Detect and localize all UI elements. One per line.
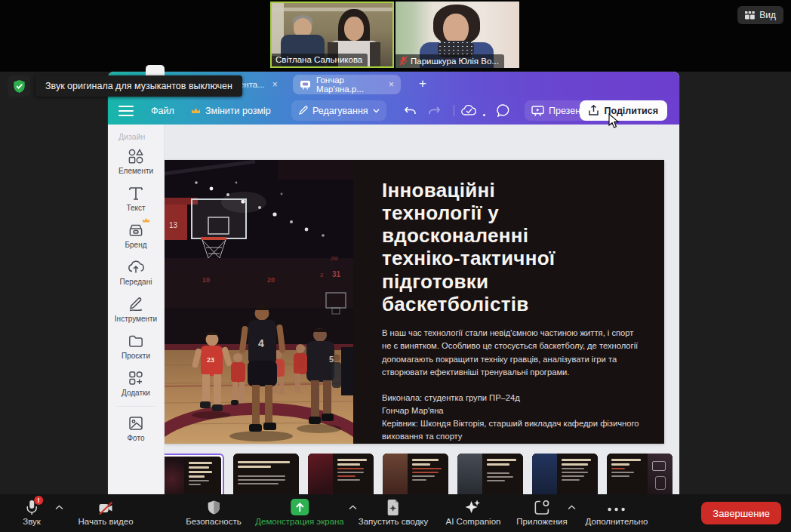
audio-button[interactable]: ! Звук bbox=[23, 499, 41, 526]
sidebar-header-design[interactable]: Дизайн bbox=[108, 125, 164, 143]
screen: Світлана Сальникова Паришкура Юлія Во... bbox=[0, 0, 791, 532]
sidebar-item-projects[interactable]: Проєкти bbox=[108, 328, 164, 364]
slide-basketball-photo[interactable]: 13 10 20 31 bbox=[165, 160, 353, 444]
mouse-cursor bbox=[608, 113, 620, 129]
canva-sidebar: Дизайн Елементи Т bbox=[108, 125, 165, 494]
sidebar-item-label: Додатки bbox=[122, 389, 150, 397]
ai-companion-label: AI Companion bbox=[446, 517, 501, 526]
file-menu[interactable]: Файл bbox=[151, 97, 174, 125]
security-label: Безопасность bbox=[186, 517, 241, 526]
sidebar-item-label: Інструменти bbox=[115, 315, 157, 323]
participant-2-name: Паришкура Юлія Во... bbox=[411, 57, 499, 66]
end-meeting-button[interactable]: Завершение bbox=[701, 502, 781, 524]
redo-icon bbox=[428, 106, 441, 116]
sync-dot bbox=[483, 114, 485, 116]
editing-label: Редагування bbox=[312, 106, 368, 116]
sidebar-item-label: Елементи bbox=[118, 167, 153, 175]
chevron-down-icon bbox=[373, 109, 380, 113]
presentation-slide[interactable]: 13 10 20 31 bbox=[165, 160, 664, 444]
view-button-label: Вид bbox=[759, 10, 776, 20]
view-button[interactable]: Вид bbox=[737, 6, 783, 24]
sidebar-item-text[interactable]: Текст bbox=[108, 180, 164, 217]
slide-thumbnail-2[interactable] bbox=[233, 454, 299, 494]
mic-alert-badge: ! bbox=[34, 496, 43, 505]
projects-icon bbox=[128, 333, 144, 349]
cloud-check-icon bbox=[461, 105, 477, 116]
tab-gonchar-maryana[interactable]: Гончар Мар'яна.p... × bbox=[293, 75, 401, 94]
file-menu-label: Файл bbox=[151, 106, 174, 116]
canva-file-icon bbox=[300, 80, 311, 90]
undo-button[interactable] bbox=[404, 97, 417, 125]
participant-video-2[interactable]: Паришкура Юлія Во... bbox=[396, 2, 519, 68]
toolbar-divider bbox=[454, 105, 454, 116]
share-upload-icon bbox=[589, 105, 599, 116]
canva-toolbar: Файл Змінити розмір Редагування bbox=[108, 97, 679, 125]
mic-icon: ! bbox=[26, 499, 38, 515]
crown-icon bbox=[142, 217, 150, 223]
tab-close-icon[interactable]: × bbox=[272, 79, 278, 90]
canva-workspace: Дизайн Елементи Т bbox=[108, 125, 679, 494]
slide-thumbnail-5[interactable] bbox=[457, 454, 523, 494]
resize-button[interactable]: Змінити розмір bbox=[191, 97, 271, 125]
canva-canvas: 13 10 20 31 bbox=[165, 125, 679, 494]
slide-thumbnail-3[interactable] bbox=[308, 454, 374, 494]
camera-off-icon bbox=[97, 499, 114, 515]
slide-thumbnail-4[interactable] bbox=[383, 454, 448, 494]
apps-button[interactable]: Приложения bbox=[516, 499, 567, 526]
more-button[interactable]: Дополнительно bbox=[586, 499, 648, 526]
security-shield-badge bbox=[8, 75, 30, 97]
slide-title[interactable]: Інноваційні технології у вдосконаленні т… bbox=[382, 179, 642, 315]
start-video-button[interactable]: Начать видео bbox=[78, 499, 133, 526]
summary-doc-icon bbox=[386, 499, 400, 515]
crown-icon bbox=[191, 107, 201, 115]
redo-button[interactable] bbox=[428, 97, 441, 125]
slide-thumbnail-6[interactable] bbox=[532, 454, 598, 494]
sidebar-item-label: Фото bbox=[128, 434, 145, 442]
security-button[interactable]: Безопасность bbox=[186, 499, 241, 526]
tools-icon bbox=[128, 296, 144, 312]
security-shield-icon bbox=[207, 499, 220, 515]
comment-icon bbox=[497, 104, 510, 117]
shapes-icon bbox=[128, 148, 144, 165]
tab-close-icon[interactable]: × bbox=[389, 79, 394, 90]
sidebar-item-label: Бренд bbox=[125, 241, 146, 249]
pencil-icon bbox=[298, 106, 308, 115]
presentation-screen-icon bbox=[531, 106, 544, 116]
ai-sparkle-icon bbox=[465, 499, 482, 515]
slide-thumbnail-1[interactable] bbox=[165, 454, 224, 494]
new-tab-button[interactable]: + bbox=[413, 74, 432, 94]
hamburger-icon bbox=[118, 106, 134, 116]
share-options-chevron[interactable] bbox=[349, 505, 357, 510]
share-screen-label: Демонстрация экрана bbox=[255, 517, 344, 526]
sidebar-item-elements[interactable]: Елементи bbox=[108, 143, 164, 180]
start-summary-button[interactable]: Запустить сводку bbox=[359, 499, 429, 526]
uploads-icon bbox=[128, 259, 144, 275]
sidebar-item-photos[interactable]: Фото bbox=[108, 410, 164, 447]
start-video-label: Начать видео bbox=[78, 517, 133, 526]
text-icon bbox=[128, 185, 144, 201]
slide-credits[interactable]: Виконала: студентка групи ПР–24д Гончар … bbox=[382, 392, 642, 442]
photos-icon bbox=[128, 415, 144, 432]
comments-button[interactable] bbox=[497, 97, 510, 125]
sidebar-item-tools[interactable]: Інструменти bbox=[108, 291, 164, 328]
participant-video-1[interactable]: Світлана Сальникова bbox=[270, 2, 394, 68]
sidebar-item-brand[interactable]: Бренд bbox=[108, 217, 164, 254]
audio-options-chevron[interactable] bbox=[55, 505, 63, 510]
menu-button[interactable] bbox=[118, 97, 134, 125]
slide-body-text[interactable]: В наш час технології стали невід'ємною ч… bbox=[382, 327, 642, 379]
apps-options-chevron[interactable] bbox=[568, 505, 576, 510]
sidebar-item-label: Проєкти bbox=[122, 352, 150, 360]
editing-dropdown[interactable]: Редагування bbox=[291, 100, 386, 121]
share-button[interactable]: Поділитися bbox=[580, 100, 667, 121]
ai-companion-button[interactable]: AI Companion bbox=[446, 499, 501, 526]
sync-status-button[interactable] bbox=[461, 97, 477, 125]
undo-icon bbox=[404, 106, 417, 116]
participant-1-nametag: Світлана Сальникова bbox=[272, 54, 368, 66]
slide-thumbnail-7[interactable] bbox=[607, 454, 673, 494]
sidebar-item-label: Передані bbox=[120, 278, 152, 286]
start-summary-label: Запустить сводку bbox=[359, 517, 429, 526]
sidebar-item-uploads[interactable]: Передані bbox=[108, 254, 164, 291]
share-screen-button[interactable]: Демонстрация экрана bbox=[255, 499, 344, 526]
sidebar-item-apps[interactable]: Додатки bbox=[108, 364, 164, 401]
shield-check-icon bbox=[13, 79, 26, 94]
